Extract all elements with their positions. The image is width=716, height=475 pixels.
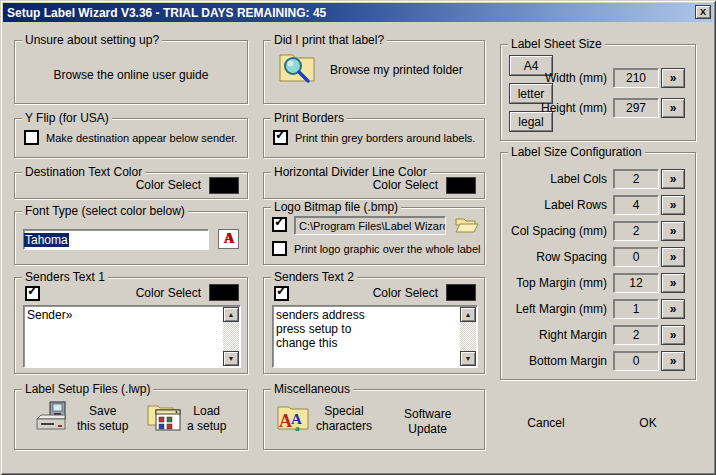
save-label-line2: this setup xyxy=(77,419,128,434)
group-title: Senders Text 2 xyxy=(271,270,357,284)
config-row-left-margin: Left Margin (mm) 1 » xyxy=(501,299,695,319)
yflip-checkbox[interactable] xyxy=(24,130,39,145)
right-margin-field[interactable]: 2 xyxy=(613,325,659,345)
load-folder-icon xyxy=(147,401,181,436)
check-icon: ✓ xyxy=(276,284,287,298)
senders2-checkbox[interactable]: ✓ xyxy=(274,286,289,301)
left-margin-field[interactable]: 1 xyxy=(613,299,659,319)
chevrons-icon: » xyxy=(670,101,677,115)
senders1-color-select-label: Color Select xyxy=(136,286,201,300)
scroll-down-icon: ▼ xyxy=(228,355,235,362)
divider-color-select-label: Color Select xyxy=(373,178,438,192)
yflip-checkbox-label: Make destination appear below sender. xyxy=(46,132,237,144)
height-value: 297 xyxy=(626,101,646,115)
senders1-checkbox[interactable]: ✓ xyxy=(25,286,40,301)
title-bar[interactable]: Setup Label Wizard V3.36 - TRIAL DAYS RE… xyxy=(3,3,713,22)
check-icon: ✓ xyxy=(27,284,38,298)
software-update-button[interactable]: Software Update xyxy=(404,407,451,437)
group-label-sheet-size: Label Sheet Size A4 letter legal Width (… xyxy=(500,44,696,141)
print-borders-checkbox[interactable]: ✓ xyxy=(273,130,288,145)
group-title: Logo Bitmap file (.bmp) xyxy=(271,200,401,214)
right-margin-spinner-button[interactable]: » xyxy=(661,325,685,345)
ok-button[interactable]: OK xyxy=(628,413,668,433)
bottom-margin-spinner-button[interactable]: » xyxy=(661,351,685,371)
row-spacing-field[interactable]: 0 xyxy=(613,247,659,267)
svg-text:a: a xyxy=(295,423,300,433)
config-label: Right Margin xyxy=(539,328,607,342)
logo-enable-checkbox[interactable]: ✓ xyxy=(272,217,287,232)
scroll-up-button[interactable]: ▲ xyxy=(460,307,476,322)
scroll-up-icon: ▲ xyxy=(228,311,235,318)
config-label: Row Spacing xyxy=(536,250,607,264)
scroll-down-button[interactable]: ▼ xyxy=(460,351,476,366)
config-row-row-spacing: Row Spacing 0 » xyxy=(501,247,695,267)
paper-letter-label: letter xyxy=(518,87,545,101)
width-spinner-button[interactable]: » xyxy=(661,68,685,88)
col-spacing-field[interactable]: 2 xyxy=(613,221,659,241)
group-title: Did I print that label? xyxy=(271,33,387,47)
open-folder-icon xyxy=(455,223,479,237)
special-characters-button[interactable]: A A a Special characters xyxy=(276,401,372,436)
group-miscellaneous: Miscellaneous A A a Special characters S… xyxy=(263,389,485,450)
save-label-line1: Save xyxy=(89,404,116,419)
config-label: Label Cols xyxy=(550,172,607,186)
browse-printed-folder-button[interactable]: Browse my printed folder xyxy=(278,51,463,88)
print-borders-checkbox-label: Print thin grey borders around labels. xyxy=(295,132,475,144)
group-senders-text-2: Senders Text 2 ✓ Color Select senders ad… xyxy=(263,277,485,374)
senders2-textarea[interactable]: senders address press setup to change th… xyxy=(272,305,478,368)
browse-user-guide-button[interactable]: Browse the online user guide xyxy=(19,51,243,99)
software-update-line2: Update xyxy=(408,422,447,437)
senders1-textarea[interactable]: Sender» ▲ ▼ xyxy=(23,305,241,368)
chevrons-icon: » xyxy=(670,71,677,85)
config-row-bottom-margin: Bottom Margin 0 » xyxy=(501,351,695,371)
font-color-button[interactable]: A xyxy=(218,229,239,249)
group-destination-text-color: Destination Text Color Color Select xyxy=(14,172,248,199)
config-row-col-spacing: Col Spacing (mm) 2 » xyxy=(501,221,695,241)
config-value: 2 xyxy=(633,172,640,186)
senders2-color-swatch[interactable] xyxy=(446,284,476,301)
destination-color-swatch[interactable] xyxy=(209,177,239,194)
row-spacing-spinner-button[interactable]: » xyxy=(661,247,685,267)
close-button[interactable]: X xyxy=(695,5,711,19)
senders2-text: senders address press setup to change th… xyxy=(276,308,457,365)
group-print-borders: Print Borders ✓ Print thin grey borders … xyxy=(263,118,485,158)
top-margin-field[interactable]: 12 xyxy=(613,273,659,293)
group-title: Print Borders xyxy=(271,111,347,125)
group-title: Font Type (select color below) xyxy=(22,204,188,218)
chevrons-icon: » xyxy=(670,328,677,342)
left-margin-spinner-button[interactable]: » xyxy=(661,299,685,319)
group-label-setup-files: Label Setup Files (.lwp) Save this setup xyxy=(14,389,248,450)
col-spacing-spinner-button[interactable]: » xyxy=(661,221,685,241)
label-cols-spinner-button[interactable]: » xyxy=(661,169,685,189)
senders1-scrollbar[interactable]: ▲ ▼ xyxy=(223,307,239,366)
group-font-type: Font Type (select color below) Tahoma A xyxy=(14,211,248,265)
top-margin-spinner-button[interactable]: » xyxy=(661,273,685,293)
logo-overlay-checkbox[interactable] xyxy=(272,241,287,256)
ok-label: OK xyxy=(639,416,656,430)
height-label: Height (mm) xyxy=(541,101,607,115)
senders1-color-swatch[interactable] xyxy=(209,284,239,301)
chevrons-icon: » xyxy=(670,198,677,212)
senders1-text: Sender» xyxy=(27,308,220,365)
width-field[interactable]: 210 xyxy=(613,68,659,88)
label-rows-field[interactable]: 4 xyxy=(613,195,659,215)
divider-color-swatch[interactable] xyxy=(446,177,476,194)
save-setup-button[interactable]: Save this setup xyxy=(35,401,128,436)
browse-logo-folder-button[interactable] xyxy=(454,216,480,235)
scroll-down-button[interactable]: ▼ xyxy=(223,351,239,366)
senders2-scrollbar[interactable]: ▲ ▼ xyxy=(460,307,476,366)
chevrons-icon: » xyxy=(670,250,677,264)
bottom-margin-field[interactable]: 0 xyxy=(613,351,659,371)
load-setup-button[interactable]: Load a setup xyxy=(147,401,226,436)
scroll-up-button[interactable]: ▲ xyxy=(223,307,239,322)
font-type-input[interactable]: Tahoma xyxy=(23,229,209,250)
label-rows-spinner-button[interactable]: » xyxy=(661,195,685,215)
cancel-button[interactable]: Cancel xyxy=(514,413,578,433)
label-cols-field[interactable]: 2 xyxy=(613,169,659,189)
chevrons-icon: » xyxy=(670,224,677,238)
group-title: Destination Text Color xyxy=(22,165,145,179)
logo-path-input[interactable]: C:\Program Files\Label Wizard\ xyxy=(294,216,446,235)
height-spinner-button[interactable]: » xyxy=(661,98,685,118)
height-field[interactable]: 297 xyxy=(613,98,659,118)
close-icon: X xyxy=(700,8,706,17)
